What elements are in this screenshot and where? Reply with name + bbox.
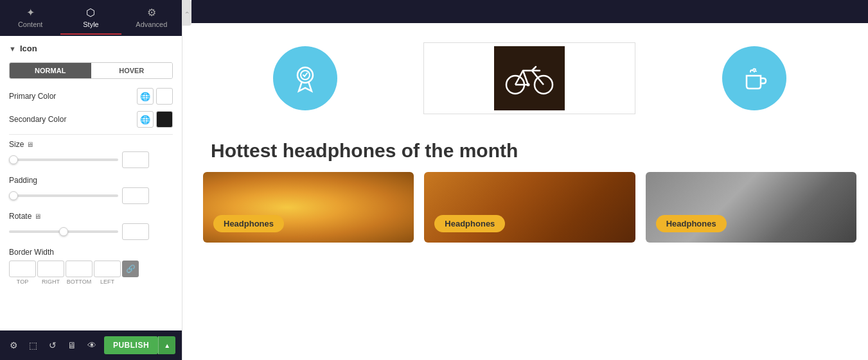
tab-content[interactable]: ✦ Content — [0, 1, 60, 35]
collapse-handle[interactable]: ‹ — [182, 0, 191, 26]
product-badge-3: Headphones — [656, 215, 727, 232]
bicycle-icon-box — [423, 42, 635, 114]
coffee-svg — [738, 62, 771, 95]
device-icon-btn[interactable]: 🖥 — [65, 336, 79, 354]
secondary-color-globe-btn[interactable]: 🌐 — [137, 111, 154, 128]
product-card-2: Headphones — [424, 172, 635, 243]
award-svg — [289, 62, 321, 94]
icon-section-header: ▼ Icon — [9, 44, 173, 53]
section-heading: Hottest headphones of the month — [191, 127, 868, 172]
bicycle-inner-box — [494, 46, 565, 110]
settings-icon-btn[interactable]: ⚙ — [6, 336, 21, 354]
padding-slider-row: Padding — [9, 176, 173, 204]
tab-advanced-label: Advanced — [136, 21, 167, 28]
icons-showcase — [191, 23, 868, 127]
padding-slider[interactable] — [9, 194, 118, 197]
rotate-slider[interactable] — [9, 230, 118, 233]
size-slider[interactable] — [9, 159, 118, 161]
svg-point-4 — [527, 83, 530, 87]
style-icon: ⬡ — [86, 6, 95, 19]
product-card-3: Headphones — [646, 172, 856, 243]
border-sub-labels: TOP RIGHT BOTTOM LEFT — [9, 279, 173, 285]
border-right-input[interactable] — [37, 261, 64, 277]
layers-icon-btn[interactable]: ⬚ — [26, 336, 40, 354]
primary-color-label: Primary Color — [9, 92, 56, 101]
content-icon: ✦ — [26, 6, 35, 19]
size-label: Size 🖥 — [9, 140, 33, 149]
primary-color-swatch[interactable] — [156, 88, 173, 105]
padding-label: Padding — [9, 176, 37, 185]
coffee-icon-circle — [722, 46, 786, 110]
publish-dropdown-btn[interactable]: ▲ — [158, 336, 175, 354]
tab-advanced[interactable]: ⚙ Advanced — [121, 1, 182, 35]
primary-color-row: Primary Color 🌐 — [9, 88, 173, 105]
divider-1 — [9, 134, 173, 135]
canvas-area: Hottest headphones of the month Headphon… — [191, 23, 868, 360]
border-width-inputs: 🔗 — [9, 261, 173, 277]
section-label: Icon — [20, 44, 37, 53]
border-left-sub: LEFT — [94, 279, 121, 285]
rotate-slider-row: Rotate 🖥 0 — [9, 212, 173, 240]
arrow-icon: ▼ — [9, 45, 16, 53]
preview-icon-btn[interactable]: 👁 — [85, 336, 99, 354]
publish-button[interactable]: PUBLISH — [104, 336, 158, 354]
size-slider-row: Size 🖥 — [9, 140, 173, 168]
product-card-1: Headphones — [203, 172, 414, 243]
size-controls — [9, 151, 173, 168]
secondary-color-swatch[interactable] — [156, 111, 173, 128]
primary-color-globe-btn[interactable]: 🌐 — [137, 88, 154, 105]
rotate-controls: 0 — [9, 223, 173, 240]
normal-hover-toggle[interactable]: NORMAL HOVER — [9, 62, 173, 79]
border-bottom-input[interactable] — [66, 261, 93, 277]
border-right-sub: RIGHT — [37, 279, 64, 285]
border-top-sub: TOP — [9, 279, 36, 285]
bicycle-svg — [504, 59, 555, 98]
hover-btn[interactable]: HOVER — [91, 63, 173, 78]
publish-group: PUBLISH ▲ — [104, 336, 175, 354]
advanced-icon: ⚙ — [147, 6, 156, 19]
border-top-input[interactable] — [9, 261, 36, 277]
secondary-color-controls: 🌐 — [137, 111, 173, 128]
border-width-label: Border Width — [9, 248, 173, 257]
top-bar — [191, 0, 868, 23]
product-badge-2: Headphones — [434, 215, 505, 232]
main-area: Hottest headphones of the month Headphon… — [191, 0, 868, 360]
padding-input[interactable] — [122, 187, 149, 204]
border-width-row: Border Width 🔗 TOP RIGHT BOTTOM LEFT — [9, 248, 173, 285]
primary-color-controls: 🌐 — [137, 88, 173, 105]
secondary-color-row: Secondary Color 🌐 — [9, 111, 173, 128]
product-badge-1: Headphones — [213, 215, 284, 232]
padding-controls — [9, 187, 173, 204]
rotate-label: Rotate 🖥 — [9, 212, 41, 221]
border-left-input[interactable] — [94, 261, 121, 277]
rotate-input[interactable]: 0 — [122, 223, 149, 240]
tab-style-label: Style — [83, 21, 98, 28]
panel-content: ▼ Icon NORMAL HOVER Primary Color 🌐 Seco… — [0, 36, 182, 330]
border-bottom-sub: BOTTOM — [66, 279, 93, 285]
tabs-bar: ✦ Content ⬡ Style ⚙ Advanced — [0, 0, 182, 36]
products-row: Headphones Headphones Headphones — [191, 172, 868, 360]
normal-btn[interactable]: NORMAL — [10, 63, 91, 78]
monitor-icon: 🖥 — [26, 141, 33, 148]
rotate-monitor-icon: 🖥 — [34, 212, 41, 220]
border-link-btn[interactable]: 🔗 — [122, 261, 139, 277]
secondary-color-label: Secondary Color — [9, 115, 66, 124]
award-icon-circle — [273, 46, 337, 110]
tab-content-label: Content — [18, 21, 43, 28]
bottom-toolbar: ⚙ ⬚ ↺ 🖥 👁 PUBLISH ▲ — [0, 330, 182, 360]
size-input[interactable] — [122, 151, 149, 168]
tab-style[interactable]: ⬡ Style — [60, 1, 121, 35]
history-icon-btn[interactable]: ↺ — [46, 336, 60, 354]
